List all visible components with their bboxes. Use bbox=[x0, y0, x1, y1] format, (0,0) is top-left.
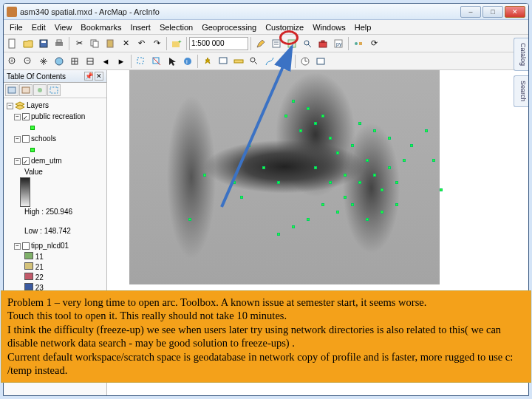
new-doc-icon[interactable] bbox=[5, 36, 20, 51]
menubar: File Edit View Bookmarks Insert Selectio… bbox=[4, 20, 528, 35]
menu-help[interactable]: Help bbox=[350, 21, 376, 33]
hyperlink-icon[interactable] bbox=[200, 54, 215, 69]
low-label: Low : 148.742 bbox=[7, 226, 103, 236]
symbol bbox=[7, 145, 103, 155]
annotation-note: Problem 1 – very long time to open arc. … bbox=[1, 290, 531, 383]
expand-icon[interactable]: − bbox=[14, 158, 21, 165]
layer-tipp-nlcd01[interactable]: − tipp_nlcd01 bbox=[7, 241, 103, 251]
clear-selection-icon[interactable] bbox=[149, 54, 164, 69]
zoom-in-icon[interactable]: + bbox=[5, 54, 20, 69]
cut-icon[interactable]: ✂ bbox=[72, 36, 86, 51]
point-feature bbox=[188, 218, 191, 221]
svg-rect-16 bbox=[319, 42, 327, 47]
svg-text:i: i bbox=[186, 58, 188, 65]
open-icon[interactable] bbox=[21, 36, 35, 51]
point-feature bbox=[395, 203, 398, 206]
select-features-icon[interactable] bbox=[134, 54, 149, 69]
layer-checkbox[interactable] bbox=[22, 157, 30, 165]
full-extent-icon[interactable] bbox=[52, 54, 66, 69]
fixed-zoom-in-icon[interactable] bbox=[67, 54, 82, 69]
close-button[interactable]: ✕ bbox=[505, 6, 525, 18]
layer-label: tipp_nlcd01 bbox=[31, 241, 69, 251]
modelbuilder-icon[interactable] bbox=[351, 36, 366, 51]
svg-rect-47 bbox=[22, 87, 30, 93]
toolbox-icon[interactable] bbox=[316, 36, 330, 51]
titlebar: asm340 spatial.mxd - ArcMap - ArcInfo – … bbox=[4, 4, 528, 20]
back-icon[interactable]: ◄ bbox=[98, 54, 113, 69]
svg-point-26 bbox=[55, 58, 63, 65]
paste-icon[interactable] bbox=[103, 36, 117, 51]
svg-point-20 bbox=[355, 42, 358, 45]
svg-rect-2 bbox=[41, 41, 46, 43]
forward-icon[interactable]: ► bbox=[114, 54, 129, 69]
point-feature bbox=[314, 166, 317, 169]
toc-root[interactable]: − Layers bbox=[7, 100, 103, 111]
save-icon[interactable] bbox=[36, 36, 51, 51]
print-icon[interactable] bbox=[52, 36, 66, 51]
menu-windows[interactable]: Windows bbox=[308, 21, 350, 33]
class-row: 11 bbox=[7, 252, 103, 262]
menu-file[interactable]: File bbox=[5, 21, 27, 33]
minimize-button[interactable]: – bbox=[460, 6, 481, 18]
point-feature bbox=[336, 151, 339, 154]
symbol bbox=[7, 123, 103, 133]
layer-schools[interactable]: − schools bbox=[7, 134, 103, 144]
layer-checkbox[interactable] bbox=[22, 135, 30, 143]
menu-insert[interactable]: Insert bbox=[126, 21, 155, 33]
toc-tab-list[interactable] bbox=[5, 84, 18, 96]
copy-icon[interactable] bbox=[87, 36, 102, 51]
point-feature bbox=[307, 218, 310, 221]
layer-dem-utm[interactable]: − dem_utm bbox=[7, 156, 103, 166]
toc-close-icon[interactable]: ✕ bbox=[95, 72, 103, 81]
menu-bookmarks[interactable]: Bookmarks bbox=[76, 21, 126, 33]
zoom-out-icon[interactable]: − bbox=[21, 54, 35, 69]
fixed-zoom-out-icon[interactable] bbox=[83, 54, 98, 69]
expand-icon[interactable]: − bbox=[14, 243, 21, 250]
toc-title-text: Table Of Contents bbox=[7, 72, 66, 81]
expand-icon[interactable]: − bbox=[7, 103, 13, 109]
window-buttons: – □ ✕ bbox=[460, 6, 525, 18]
svg-text:−: − bbox=[26, 58, 29, 63]
point-feature bbox=[388, 137, 391, 140]
toc-tab-visibility[interactable] bbox=[33, 84, 47, 96]
python-icon[interactable]: py bbox=[331, 36, 346, 51]
redo-icon[interactable]: ↷ bbox=[149, 36, 164, 51]
search-tab[interactable]: Search bbox=[514, 75, 528, 107]
point-feature bbox=[366, 218, 369, 221]
svg-marker-51 bbox=[16, 105, 24, 109]
refresh-icon[interactable]: ⟳ bbox=[366, 36, 381, 51]
point-feature bbox=[403, 159, 406, 162]
toc-pin-icon[interactable]: 📌 bbox=[84, 72, 93, 81]
menu-selection[interactable]: Selection bbox=[155, 21, 197, 33]
toc-root-label: Layers bbox=[27, 100, 49, 111]
svg-rect-0 bbox=[9, 39, 15, 48]
layer-checkbox[interactable] bbox=[22, 242, 30, 250]
menu-view[interactable]: View bbox=[50, 21, 77, 33]
pan-icon[interactable] bbox=[36, 54, 51, 69]
toc-tab-source[interactable] bbox=[19, 84, 33, 96]
svg-rect-46 bbox=[8, 87, 16, 93]
class-row: 22 bbox=[7, 273, 103, 283]
select-elements-icon[interactable] bbox=[165, 54, 180, 69]
layer-checkbox[interactable] bbox=[22, 113, 30, 120]
point-feature bbox=[425, 129, 428, 132]
svg-point-48 bbox=[38, 88, 42, 92]
expand-icon[interactable]: − bbox=[14, 136, 21, 143]
delete-icon[interactable]: ✕ bbox=[118, 36, 133, 51]
identify-icon[interactable]: i bbox=[180, 54, 195, 69]
point-feature bbox=[344, 174, 347, 177]
svg-rect-21 bbox=[359, 42, 362, 45]
undo-icon[interactable]: ↶ bbox=[134, 36, 149, 51]
maximize-button[interactable]: □ bbox=[482, 6, 503, 18]
expand-icon[interactable]: − bbox=[14, 114, 21, 120]
menu-edit[interactable]: Edit bbox=[27, 21, 50, 33]
add-data-icon[interactable]: + bbox=[169, 36, 184, 51]
viewer-icon[interactable] bbox=[313, 54, 328, 69]
point-feature bbox=[373, 129, 376, 132]
catalog-tab[interactable]: Catalog bbox=[514, 38, 528, 71]
layer-public-recreation[interactable]: − public recreation bbox=[7, 112, 103, 122]
high-label: High : 250.946 bbox=[7, 207, 103, 217]
svg-rect-6 bbox=[93, 41, 98, 47]
toc-tab-selection[interactable] bbox=[47, 84, 61, 96]
menu-geoprocessing[interactable]: Geoprocessing bbox=[197, 21, 261, 33]
